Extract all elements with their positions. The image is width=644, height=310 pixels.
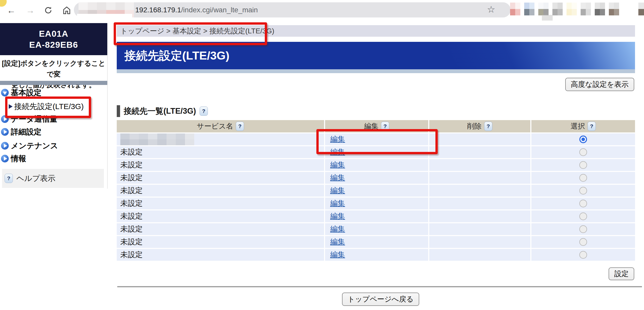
- blur-pixel: [185, 139, 194, 145]
- edit-link[interactable]: 編集: [330, 211, 345, 221]
- edit-link[interactable]: 編集: [330, 250, 345, 260]
- current-page-arrow-icon: [9, 104, 13, 109]
- select-help-icon[interactable]: ?: [588, 122, 596, 131]
- blur-pixel: [638, 3, 641, 9]
- radio-unselected[interactable]: [579, 161, 587, 169]
- radio-unselected[interactable]: [579, 225, 587, 233]
- edit-cell: 編集: [325, 172, 428, 184]
- edit-help-icon[interactable]: ?: [381, 122, 389, 131]
- address-bar-url[interactable]: 192.168.179.1/index.cgi/wan_lte_main: [135, 2, 258, 17]
- edit-link[interactable]: 編集: [330, 198, 345, 209]
- help-question-icon[interactable]: ?: [5, 174, 13, 183]
- blur-pixel: [120, 139, 130, 145]
- blur-pixel: [148, 133, 157, 139]
- edit-link[interactable]: 編集: [330, 134, 345, 144]
- connection-list-table: サービス名? 編集? 削除? 選択? 編集未設定編集未設定編集未設定編集未設定編…: [117, 120, 635, 261]
- blur-pixel: [510, 9, 515, 15]
- radio-unselected[interactable]: [579, 187, 587, 195]
- blur-pixel: [510, 3, 515, 9]
- radio-unselected[interactable]: [579, 212, 587, 220]
- extension-icon-blurred[interactable]: [638, 3, 644, 15]
- extension-icon-blurred[interactable]: [609, 3, 619, 15]
- sidebar-divider: [0, 81, 107, 85]
- blur-pixel: [586, 9, 591, 15]
- bookmark-star-icon[interactable]: ☆: [487, 4, 495, 15]
- delete-cell: [429, 159, 530, 171]
- blur-pixel: [543, 3, 549, 9]
- blur-pixel: [581, 9, 586, 15]
- blur-pixel: [139, 139, 148, 145]
- browser-back-icon[interactable]: ←: [6, 5, 17, 16]
- blur-pixel: [614, 9, 619, 15]
- service-name-cell: 未設定: [117, 249, 324, 261]
- apply-settings-button[interactable]: 設定: [609, 267, 634, 280]
- blur-pixel: [176, 139, 185, 145]
- extension-icon-blurred[interactable]: [595, 3, 605, 15]
- device-name-panel: EA01A EA-829EB6: [0, 23, 107, 55]
- blur-pixel: [529, 3, 534, 9]
- sidebar-item-basic-settings[interactable]: 基本設定: [1, 88, 106, 98]
- delete-help-icon[interactable]: ?: [484, 122, 492, 131]
- edit-link[interactable]: 編集: [330, 173, 345, 183]
- blur-pixel: [97, 2, 106, 10]
- blur-pixel: [130, 133, 139, 139]
- help-label: ヘルプ表示: [16, 173, 55, 184]
- delete-cell: [429, 133, 530, 145]
- edit-link[interactable]: 編集: [330, 147, 345, 157]
- column-header-delete: 削除?: [429, 120, 530, 132]
- radio-selected[interactable]: [579, 135, 587, 143]
- blur-pixel: [609, 3, 614, 9]
- select-cell: [531, 159, 635, 171]
- extension-icon-blurred[interactable]: [524, 3, 534, 15]
- select-cell: [531, 198, 635, 209]
- edit-link[interactable]: 編集: [330, 160, 345, 170]
- section-help-icon[interactable]: ?: [200, 106, 208, 116]
- sidebar-item-connection-settings-lte3g[interactable]: 接続先設定(LTE/3G): [9, 101, 86, 112]
- browser-home-icon[interactable]: [61, 5, 72, 16]
- back-to-top-page-button[interactable]: トップページへ戻る: [342, 293, 419, 306]
- service-name-cell: 未設定: [117, 185, 324, 197]
- radio-unselected[interactable]: [579, 251, 587, 259]
- blur-pixel: [572, 3, 577, 9]
- edit-link[interactable]: 編集: [330, 237, 345, 247]
- select-cell: [531, 236, 635, 248]
- blur-pixel: [567, 3, 572, 9]
- browser-forward-icon[interactable]: →: [25, 5, 36, 16]
- device-id: EA-829EB6: [0, 40, 107, 50]
- sidebar-item-maintenance[interactable]: メンテナンス: [1, 141, 106, 151]
- extension-icon-blurred[interactable]: [510, 3, 520, 15]
- radio-unselected[interactable]: [579, 238, 587, 246]
- expanded-arrow-icon: [1, 89, 9, 96]
- radio-unselected[interactable]: [579, 174, 587, 182]
- blur-pixel: [176, 133, 185, 139]
- extension-icon-blurred[interactable]: [552, 3, 563, 15]
- radio-unselected[interactable]: [579, 200, 587, 207]
- footer-divider: [117, 286, 642, 287]
- sidebar-item-data-usage[interactable]: データ通信量: [1, 114, 106, 124]
- extension-icon-blurred[interactable]: [538, 3, 549, 15]
- edit-link[interactable]: 編集: [330, 186, 345, 196]
- sidebar-item-advanced-settings[interactable]: 詳細設定: [1, 127, 106, 137]
- breadcrumb[interactable]: トップページ > 基本設定 > 接続先設定(LTE/3G): [117, 25, 635, 37]
- select-cell: [531, 185, 635, 197]
- extension-icon-blurred[interactable]: [581, 3, 591, 15]
- blur-pixel: [641, 9, 644, 15]
- section-heading: 接続先一覧(LTE/3G) ?: [117, 105, 208, 117]
- service-name-cell: 未設定: [117, 172, 324, 184]
- sidebar-item-information[interactable]: 情報: [1, 154, 106, 163]
- blur-pixel: [558, 3, 563, 9]
- service-name-cell: 未設定: [117, 236, 324, 248]
- blur-pixel: [552, 9, 558, 15]
- browser-reload-icon[interactable]: [43, 5, 54, 16]
- edit-cell: 編集: [325, 236, 428, 248]
- help-display-toggle[interactable]: ? ヘルプ表示: [2, 169, 104, 188]
- show-advanced-settings-button[interactable]: 高度な設定を表示: [565, 78, 634, 91]
- select-cell: [531, 133, 635, 145]
- radio-unselected[interactable]: [579, 148, 587, 156]
- blur-pixel: [139, 133, 148, 139]
- service-name-help-icon[interactable]: ?: [236, 122, 244, 131]
- extension-icon-blurred[interactable]: [567, 3, 577, 15]
- blur-pixel: [595, 9, 600, 15]
- section-title: 接続先一覧(LTE/3G): [124, 106, 196, 117]
- edit-link[interactable]: 編集: [330, 224, 345, 234]
